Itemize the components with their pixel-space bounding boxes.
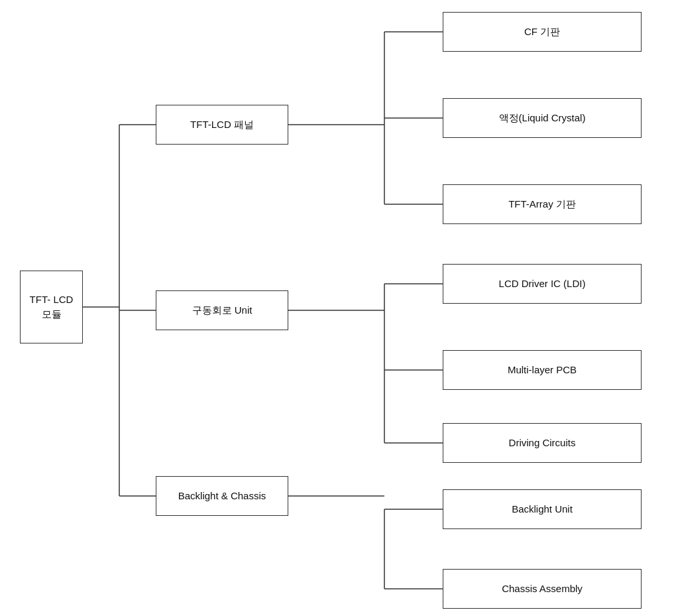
box-tft-array: TFT-Array 기판 (443, 184, 642, 224)
box-pcb: Multi-layer PCB (443, 350, 642, 390)
box-ldi: LCD Driver IC (LDI) (443, 264, 642, 304)
box-driver: 구동회로 Unit (156, 290, 288, 330)
box-liquid: 액정(Liquid Crystal) (443, 98, 642, 138)
box-backlight-chassis: Backlight & Chassis (156, 476, 288, 516)
box-panel: TFT-LCD 패널 (156, 105, 288, 145)
box-backlight-unit: Backlight Unit (443, 489, 642, 529)
box-chassis: Chassis Assembly (443, 569, 642, 609)
diagram: TFT- LCD 모듈 TFT-LCD 패널 구동회로 Unit Backlig… (0, 0, 676, 616)
box-root: TFT- LCD 모듈 (20, 271, 83, 343)
box-cf: CF 기판 (443, 12, 642, 52)
box-driving: Driving Circuits (443, 423, 642, 463)
